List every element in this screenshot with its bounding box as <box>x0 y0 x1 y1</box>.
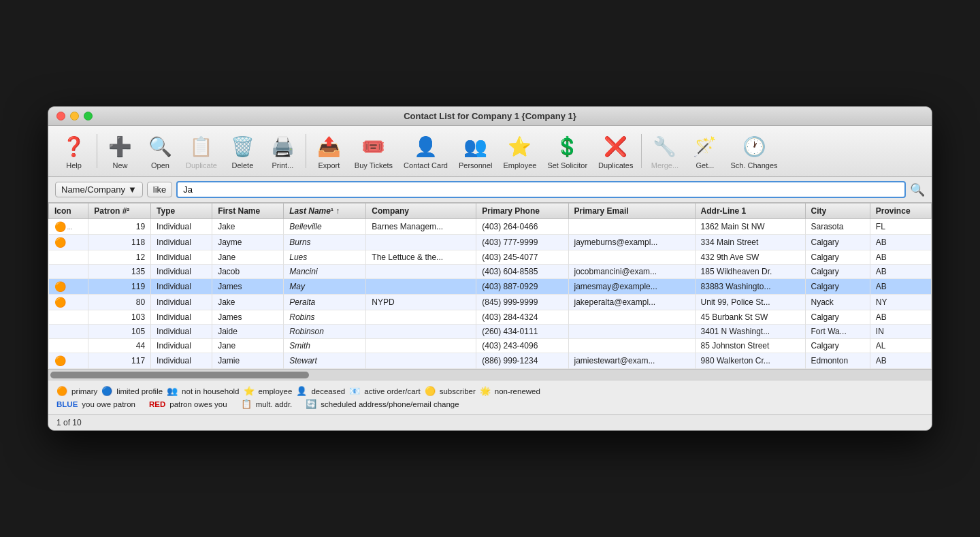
cell-patron-num: 135 <box>88 265 151 279</box>
horizontal-scrollbar[interactable] <box>48 369 932 380</box>
search-field-label: Name/Company <box>61 184 125 195</box>
cell-email: jakeperalta@exampl... <box>568 295 695 310</box>
cell-city: Calgary <box>805 250 870 265</box>
legend-employee-text: employee <box>259 387 293 395</box>
legend-mult-addr-icon: 📋 <box>241 399 252 409</box>
open-label: Open <box>151 161 169 169</box>
cell-city: Calgary <box>805 265 870 279</box>
col-primary-email[interactable]: Primary Email <box>568 204 695 219</box>
cell-phone: (403) 243-4096 <box>476 339 568 353</box>
legend-household-text: not in household <box>182 387 239 395</box>
col-city[interactable]: City <box>805 204 870 219</box>
toolbar-btn-buy-tickets[interactable]: 🎟️Buy Tickets <box>350 130 397 172</box>
col-type[interactable]: Type <box>151 204 212 219</box>
col-addr-line1[interactable]: Addr-Line 1 <box>695 204 805 219</box>
table-row[interactable]: 12IndividualJaneLuesThe Lettuce & the...… <box>49 250 932 265</box>
col-company[interactable]: Company <box>366 204 476 219</box>
toolbar-btn-employee[interactable]: ⭐Employee <box>499 130 540 172</box>
toolbar-btn-new[interactable]: ➕New <box>101 130 139 172</box>
table-row[interactable]: 105IndividualJaideRobinson(260) 434-0111… <box>49 325 932 339</box>
maximize-button[interactable] <box>84 112 93 120</box>
search-go-button[interactable]: 🔍 <box>910 182 925 197</box>
cell-province: AL <box>870 339 931 353</box>
table-header: Icon Patron #² Type First Name Last Name… <box>49 204 932 219</box>
cell-type: Individual <box>151 325 212 339</box>
merge-icon: 🔧 <box>651 133 679 160</box>
cell-type: Individual <box>151 353 212 369</box>
cell-patron-num: 117 <box>88 353 151 369</box>
set-solicitor-icon: 💲 <box>554 133 581 160</box>
legend-red-label: RED <box>149 400 165 408</box>
close-button[interactable] <box>56 112 65 120</box>
table-row[interactable]: 🟠117IndividualJamieStewart(886) 999-1234… <box>49 353 932 369</box>
table-row[interactable]: 🟠80IndividualJakePeraltaNYPD(845) 999-99… <box>49 295 932 310</box>
col-province[interactable]: Province <box>870 204 931 219</box>
toolbar-btn-delete[interactable]: 🗑️Delete <box>224 130 261 172</box>
cell-city: Fort Wa... <box>805 325 870 339</box>
cell-addr: 432 9th Ave SW <box>695 250 805 265</box>
search-input[interactable] <box>176 181 906 198</box>
contact-card-icon: 👤 <box>412 133 440 160</box>
col-patron-num[interactable]: Patron #² <box>88 204 151 219</box>
cell-type: Individual <box>151 339 212 353</box>
table-row[interactable]: 🟠119IndividualJamesMay(403) 887-0929jame… <box>49 279 932 295</box>
table-row[interactable]: 🟠...19IndividualJakeBellevilleBarnes Man… <box>49 219 932 235</box>
search-operator[interactable]: like <box>147 182 173 197</box>
col-icon[interactable]: Icon <box>49 204 88 219</box>
toolbar-btn-personnel[interactable]: 👥Personnel <box>455 130 497 172</box>
cell-type: Individual <box>151 265 212 279</box>
print-label: Print... <box>272 161 293 169</box>
legend-sched-text: scheduled address/phone/email change <box>321 400 459 408</box>
cell-province: AB <box>870 265 931 279</box>
legend-blue-text: you owe patron <box>82 400 135 408</box>
get-icon: 🪄 <box>691 133 719 160</box>
cell-phone: (403) 777-9999 <box>476 235 568 250</box>
table-row[interactable]: 135IndividualJacobMancini(403) 604-8585j… <box>49 265 932 279</box>
delete-icon: 🗑️ <box>229 133 256 160</box>
cell-phone: (886) 999-1234 <box>476 353 568 369</box>
cell-last: Burns <box>284 235 366 250</box>
cell-type: Individual <box>151 310 212 325</box>
scrollbar-thumb[interactable] <box>50 372 309 378</box>
search-field-selector[interactable]: Name/Company ▼ <box>55 182 143 197</box>
toolbar-btn-merge: 🔧Merge... <box>646 130 683 172</box>
duplicates-label: Duplicates <box>598 161 633 169</box>
toolbar-btn-export[interactable]: 📤Export <box>310 130 348 172</box>
legend-limited-text: limited profile <box>116 387 163 395</box>
cell-phone: (403) 604-8585 <box>476 265 568 279</box>
cell-patron-num: 118 <box>88 235 151 250</box>
cell-email <box>568 250 695 265</box>
col-last-name[interactable]: Last Name¹ ↑ <box>284 204 366 219</box>
toolbar-btn-help[interactable]: ❓Help <box>55 130 93 172</box>
toolbar-btn-duplicates[interactable]: ❌Duplicates <box>594 130 637 172</box>
table-body: 🟠...19IndividualJakeBellevilleBarnes Man… <box>49 219 932 369</box>
cell-email <box>568 325 695 339</box>
export-icon: 📤 <box>315 133 342 160</box>
table-row[interactable]: 103IndividualJamesRobins(403) 284-432445… <box>49 310 932 325</box>
legend-red-text: patron owes you <box>169 400 227 408</box>
cell-company: NYPD <box>366 295 476 310</box>
new-label: New <box>112 161 127 169</box>
legend-nonrenewed-icon: 🌟 <box>480 386 491 396</box>
cell-first: Jane <box>212 250 284 265</box>
cell-icon: 🟠 <box>49 353 88 369</box>
toolbar-btn-open[interactable]: 🔍Open <box>142 130 179 172</box>
minimize-button[interactable] <box>70 112 79 120</box>
table-row[interactable]: 44IndividualJaneSmith(403) 243-409685 Jo… <box>49 339 932 353</box>
toolbar-btn-print[interactable]: 🖨️Print... <box>264 130 301 172</box>
col-first-name[interactable]: First Name <box>212 204 284 219</box>
cell-addr: Unit 99, Police St... <box>695 295 805 310</box>
toolbar-btn-get[interactable]: 🪄Get... <box>686 130 723 172</box>
toolbar-separator <box>97 134 97 168</box>
cell-city: Nyack <box>805 295 870 310</box>
cell-icon <box>49 250 88 265</box>
col-primary-phone[interactable]: Primary Phone <box>476 204 568 219</box>
cell-first: Jayme <box>212 235 284 250</box>
cell-first: Jaide <box>212 325 284 339</box>
cell-phone: (403) 284-4324 <box>476 310 568 325</box>
cell-city: Calgary <box>805 339 870 353</box>
toolbar-btn-contact-card[interactable]: 👤Contact Card <box>399 130 452 172</box>
toolbar-btn-sch-changes[interactable]: 🕐Sch. Changes <box>726 130 781 172</box>
table-row[interactable]: 🟠118IndividualJaymeBurns(403) 777-9999ja… <box>49 235 932 250</box>
toolbar-btn-set-solicitor[interactable]: 💲Set Solicitor <box>543 130 591 172</box>
